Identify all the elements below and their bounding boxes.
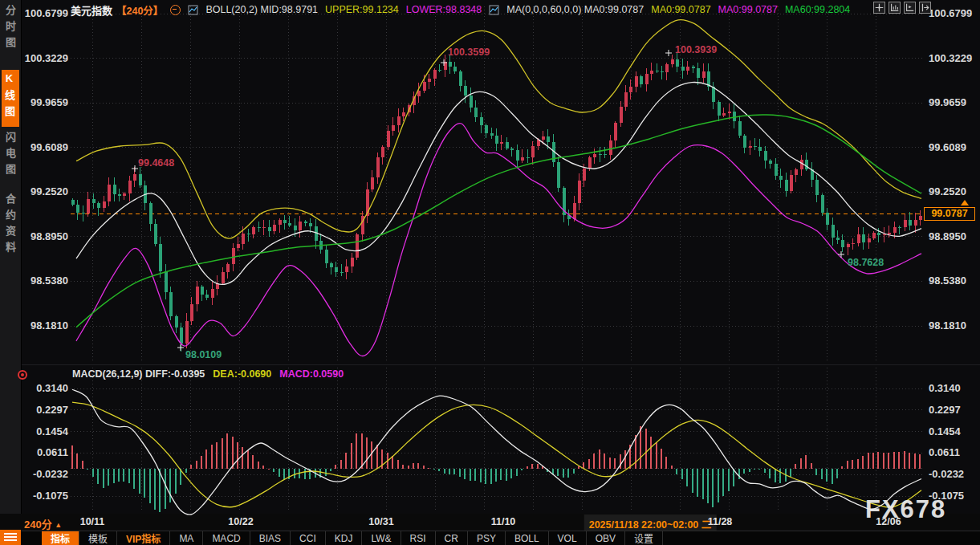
current-price-tag: 99.0787 [924,207,975,221]
ma0-yellow-label: MA0:99.0787 [651,4,710,15]
collapse-right-icon[interactable] [919,2,931,14]
chart-header: 美元指数 【240分】 BOLL(20,2) MID:98.9791 UPPER… [71,2,850,17]
ma0-magenta-label: MA0:99.0787 [718,4,778,15]
price-annotation: 98.0109 [185,349,222,360]
trading-app-window: 99.4648100.3599100.393998.010998.7628 分时… [0,0,980,545]
macd-header: MACD(26,12,9) DIFF:-0.0395 DEA:-0.0690 M… [72,368,344,380]
price-annotation: 98.7628 [848,257,884,268]
instrument-title: 美元指数 [71,2,112,18]
ma60-label: MA60:99.2804 [785,4,850,15]
boll-lower-label: LOWER:98.8348 [406,4,482,15]
indicator-chart-icon [489,5,499,15]
price-annotation: 99.4648 [138,157,174,169]
crosshair-icon[interactable] [873,2,885,14]
macd-value-label: MACD:0.0590 [279,368,344,380]
extreme-marker-icon [665,50,672,56]
boll-upper-label: UPPER:99.1234 [325,4,399,15]
alert-icon[interactable] [18,370,27,380]
price-up-arrow-icon [961,200,969,205]
next-page-icon[interactable] [904,2,916,14]
ma-label: MA(0,0,0,60,0,0) MA0:99.0787 [506,4,644,15]
extreme-marker-icon [132,165,138,172]
macd-diff-label: MACD(26,12,9) DIFF:-0.0395 [72,368,205,380]
price-annotation: 100.3599 [448,47,490,58]
axis-range-icon[interactable] [889,2,901,14]
extreme-marker-icon [838,251,844,258]
boll-label: BOLL(20,2) MID:98.9791 [205,4,318,15]
chart-canvas[interactable]: 99.4648100.3599100.393998.010998.7628 [0,0,980,545]
period-badge[interactable]: 【240分】 [116,2,163,18]
macd-dea-label: DEA:-0.0690 [213,368,271,380]
minus-circle-icon[interactable] [170,5,181,15]
price-annotation: 100.3939 [675,44,717,55]
watermark: FX678 [865,495,946,524]
chart-window-controls [873,2,931,14]
indicator-chart-icon [188,5,198,15]
